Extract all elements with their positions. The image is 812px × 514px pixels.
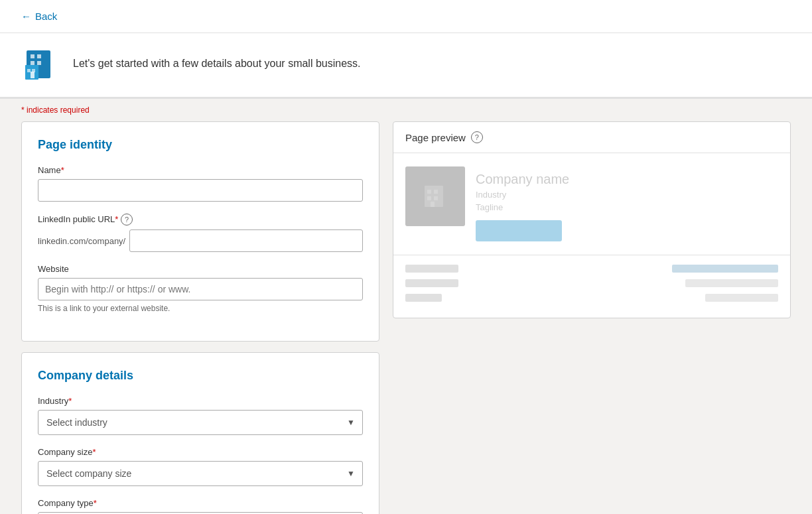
- skeleton-4: [685, 279, 778, 287]
- industry-form-group: Industry* Select industry ▼: [38, 396, 363, 435]
- website-input[interactable]: [38, 278, 363, 300]
- website-hint: This is a link to your external website.: [38, 304, 363, 313]
- svg-rect-8: [31, 72, 34, 78]
- company-details-title: Company details: [38, 369, 363, 383]
- preview-header: Page preview ?: [393, 122, 790, 153]
- back-link[interactable]: ← Back: [21, 11, 791, 22]
- page-identity-title: Page identity: [38, 138, 363, 152]
- company-size-select[interactable]: Select company size: [38, 461, 363, 486]
- required-note: * indicates required: [0, 99, 812, 121]
- preview-company-section: Company name Industry Tagline: [393, 153, 790, 255]
- skeleton-row-3: [405, 294, 778, 302]
- svg-rect-4: [31, 61, 34, 65]
- url-label: LinkedIn public URL* ?: [38, 214, 363, 225]
- svg-rect-10: [427, 190, 431, 194]
- url-group: linkedin.com/company/: [38, 229, 363, 252]
- preview-logo: [405, 166, 465, 226]
- skeleton-3: [405, 279, 458, 287]
- right-column: Page preview ? Company name Ind: [393, 121, 791, 514]
- preview-card: Page preview ? Company name Ind: [393, 121, 791, 318]
- preview-bottom: [393, 255, 790, 318]
- skeleton-1: [405, 265, 458, 273]
- back-arrow: ←: [21, 11, 31, 22]
- preview-follow-button: [476, 220, 562, 241]
- url-input[interactable]: [129, 229, 363, 252]
- required-text: indicates required: [25, 105, 90, 115]
- skeleton-2: [672, 265, 778, 273]
- building-icon: [21, 44, 61, 84]
- header-description: Let's get started with a few details abo…: [73, 58, 361, 70]
- website-label: Website: [38, 264, 363, 274]
- name-input[interactable]: [38, 179, 363, 202]
- top-bar: ← Back: [0, 0, 812, 33]
- company-type-form-group: Company type* Select company type ▼: [38, 498, 363, 514]
- content-area: Page identity Name* LinkedIn public URL*…: [0, 121, 812, 514]
- header-section: Let's get started with a few details abo…: [0, 33, 812, 99]
- company-type-label: Company type*: [38, 498, 363, 508]
- svg-rect-11: [434, 190, 438, 194]
- svg-rect-12: [427, 196, 431, 200]
- skeleton-6: [705, 294, 778, 302]
- svg-rect-6: [27, 69, 31, 72]
- website-form-group: Website This is a link to your external …: [38, 264, 363, 313]
- preview-tagline-text: Tagline: [476, 202, 778, 212]
- preview-title: Page preview: [405, 132, 466, 143]
- svg-rect-5: [37, 61, 41, 65]
- company-size-form-group: Company size* Select company size ▼: [38, 447, 363, 486]
- page-identity-card: Page identity Name* LinkedIn public URL*…: [21, 121, 379, 342]
- preview-help-icon[interactable]: ?: [471, 131, 483, 143]
- skeleton-row-1: [405, 265, 778, 273]
- svg-rect-13: [434, 196, 438, 200]
- industry-select-wrapper: Select industry ▼: [38, 410, 363, 435]
- company-size-select-wrapper: Select company size ▼: [38, 461, 363, 486]
- industry-select[interactable]: Select industry: [38, 410, 363, 435]
- preview-company-name: Company name: [476, 172, 778, 187]
- back-label: Back: [35, 11, 57, 22]
- left-column: Page identity Name* LinkedIn public URL*…: [21, 121, 379, 514]
- url-help-icon[interactable]: ?: [121, 214, 133, 225]
- preview-company-info: Company name Industry Tagline: [476, 166, 778, 241]
- svg-rect-2: [31, 54, 34, 58]
- url-prefix: linkedin.com/company/: [38, 236, 125, 246]
- svg-rect-14: [431, 202, 435, 207]
- url-form-group: LinkedIn public URL* ? linkedin.com/comp…: [38, 214, 363, 252]
- industry-label: Industry*: [38, 396, 363, 406]
- name-label: Name*: [38, 165, 363, 175]
- skeleton-row-2: [405, 279, 778, 287]
- company-details-card: Company details Industry* Select industr…: [21, 352, 379, 514]
- name-form-group: Name*: [38, 165, 363, 202]
- company-size-label: Company size*: [38, 447, 363, 457]
- skeleton-5: [405, 294, 442, 302]
- preview-industry-text: Industry: [476, 190, 778, 200]
- svg-rect-3: [37, 54, 41, 58]
